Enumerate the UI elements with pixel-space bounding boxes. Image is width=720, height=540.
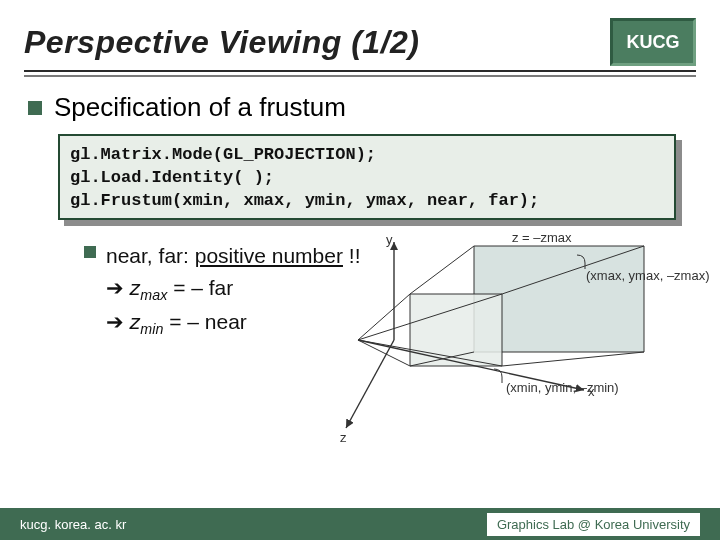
svg-line-8 [358, 340, 410, 366]
zmax-var: z [130, 276, 141, 299]
frustum-diagram: y x z z = –zmax (xmax, ymax, –zmax) (xmi… [324, 232, 700, 446]
footer-right-text: Graphics Lab @ Korea University [487, 513, 700, 536]
sub-positive-number: positive number [195, 244, 343, 267]
code-line-3: gl.Frustum(xmin, xmax, ymin, ymax, near,… [70, 191, 539, 210]
logo-badge: KUCG [610, 18, 696, 66]
svg-line-2 [410, 246, 474, 294]
code-line-2: gl.Load.Identity( ); [70, 168, 274, 187]
arrow-icon: ➔ [106, 276, 130, 299]
square-bullet-icon [28, 101, 42, 115]
slide-title: Perspective Viewing (1/2) [24, 24, 419, 61]
zmax-rhs: = – far [167, 276, 233, 299]
code-box: gl.Matrix.Mode(GL_PROJECTION); gl.Load.I… [58, 134, 676, 220]
axis-y-label: y [386, 232, 393, 247]
main-bullet-text: Specification of a frustum [54, 92, 346, 123]
title-divider [24, 70, 696, 77]
footer-left-text: kucg. korea. ac. kr [20, 517, 126, 532]
sub-bullet: near, far: positive number !! ➔ zmax = –… [84, 240, 360, 341]
svg-line-6 [358, 294, 410, 340]
z-zmax-label: z = –zmax [512, 230, 572, 245]
pt-top-label: (xmax, ymax, –zmax) [586, 268, 710, 283]
arrow-icon: ➔ [106, 310, 130, 333]
svg-line-4 [502, 352, 644, 366]
pt-bottom-label: (xmin, ymin, –zmin) [506, 380, 619, 395]
footer-bar: kucg. korea. ac. kr Graphics Lab @ Korea… [0, 508, 720, 540]
zmin-rhs: = – near [163, 310, 246, 333]
code-line-1: gl.Matrix.Mode(GL_PROJECTION); [70, 145, 376, 164]
sub-nearfar: near, far: [106, 244, 195, 267]
svg-line-12 [346, 340, 394, 428]
main-bullet: Specification of a frustum [28, 92, 346, 123]
zmin-var: z [130, 310, 141, 333]
zmax-sub: max [140, 287, 167, 303]
square-bullet-small-icon [84, 246, 96, 258]
axis-z-label: z [340, 430, 347, 445]
sub-bullet-text: near, far: positive number !! ➔ zmax = –… [106, 240, 360, 341]
zmin-sub: min [140, 321, 163, 337]
